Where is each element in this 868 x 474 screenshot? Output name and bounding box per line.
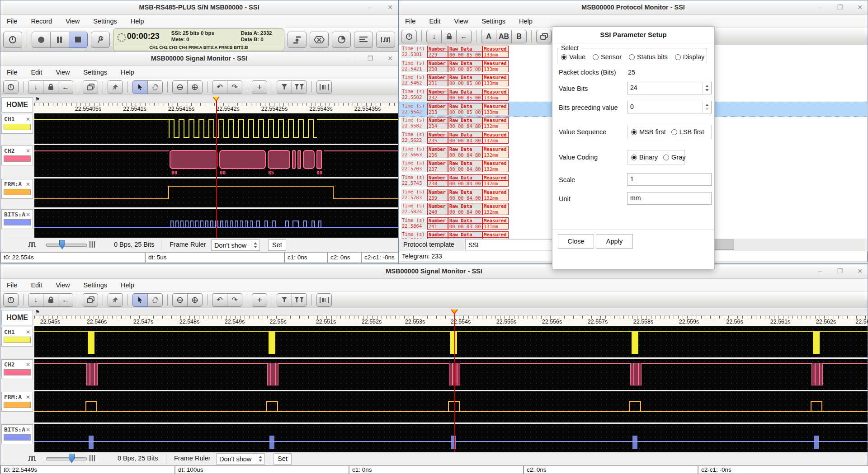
- power-button[interactable]: [3, 80, 19, 94]
- table-row[interactable]: Time (s)22.5421Number230Raw Data00 00 85…: [401, 60, 509, 72]
- waveform-ch2[interactable]: [34, 359, 868, 390]
- stop-button[interactable]: [69, 32, 88, 48]
- zoom-slider[interactable]: [46, 457, 87, 460]
- side-a-button[interactable]: A: [481, 30, 496, 43]
- menu-edit[interactable]: Edit: [31, 282, 42, 289]
- minimize-button[interactable]: –: [817, 0, 823, 14]
- logic-analyzer-view-button[interactable]: [376, 32, 395, 48]
- filter-button[interactable]: [277, 80, 292, 94]
- close-button[interactable]: ✕: [857, 0, 863, 14]
- select-option[interactable]: Display: [675, 53, 705, 61]
- value-sequence-option[interactable]: MSB first: [631, 128, 666, 136]
- close-channel-icon[interactable]: ✕: [26, 211, 30, 218]
- hexagon-x-button[interactable]: [310, 32, 329, 48]
- waveform-bitsa[interactable]: [34, 424, 868, 452]
- waveform-frma[interactable]: [34, 391, 868, 422]
- menu-edit[interactable]: Edit: [429, 18, 440, 25]
- bits-preceding-spinner[interactable]: [703, 102, 711, 113]
- close-channel-icon[interactable]: ✕: [26, 148, 30, 154]
- close-channel-icon[interactable]: ✕: [26, 361, 30, 368]
- menu-settings[interactable]: Settings: [482, 18, 505, 25]
- pin-button[interactable]: [108, 80, 123, 94]
- multi-filter-button[interactable]: [292, 293, 307, 307]
- signal-monitor-titlebar[interactable]: MSB00000 Signal Monitor - SSI – ❐ ✕: [0, 52, 398, 66]
- waveform-ch1[interactable]: [34, 326, 868, 357]
- scale-input[interactable]: 1: [627, 173, 712, 186]
- table-row[interactable]: Time (s)22.5663Number236Raw Data00 00 84…: [401, 146, 509, 158]
- menu-help[interactable]: Help: [121, 282, 134, 289]
- signal2-titlebar[interactable]: MSB00000 Signal Monitor - SSI – ❐ ✕: [0, 264, 868, 279]
- value-bits-input[interactable]: 24: [627, 82, 712, 94]
- value-bits-spinner[interactable]: [703, 83, 711, 94]
- select-option[interactable]: Value: [561, 53, 585, 61]
- close-channel-icon[interactable]: ✕: [26, 116, 30, 122]
- menu-file[interactable]: File: [7, 18, 17, 25]
- set-button[interactable]: Set: [274, 453, 292, 465]
- dialog-title[interactable]: SSI Parameter Setup: [552, 27, 714, 43]
- redo-button[interactable]: ↷: [227, 293, 242, 307]
- select-cursor-button[interactable]: [132, 293, 148, 307]
- menu-file[interactable]: File: [7, 282, 17, 289]
- zoom-slider-thumb[interactable]: [69, 454, 75, 463]
- pan-hand-button[interactable]: [147, 293, 163, 307]
- zoom-slider-thumb[interactable]: [59, 240, 65, 249]
- close-channel-icon[interactable]: ✕: [26, 394, 30, 400]
- scroll-down-button[interactable]: ↓: [28, 293, 43, 307]
- lock-button[interactable]: [43, 80, 58, 94]
- zoom-out-button[interactable]: ⊖: [172, 80, 188, 94]
- power-button[interactable]: [401, 30, 417, 43]
- close-channel-icon[interactable]: ✕: [26, 427, 30, 433]
- signal-monitor-view-button[interactable]: [288, 32, 307, 48]
- menu-view[interactable]: View: [56, 69, 70, 76]
- undo-button[interactable]: ↶: [212, 80, 227, 94]
- menu-record[interactable]: Record: [31, 18, 52, 25]
- frame-view-button[interactable]: [316, 293, 332, 307]
- zoom-in-button[interactable]: ⊕: [187, 293, 203, 307]
- value-coding-option[interactable]: Binary: [631, 154, 658, 161]
- table-row[interactable]: Time (s)22.5904Number242Raw Data00 00 83…: [401, 231, 509, 239]
- minimize-button[interactable]: –: [817, 264, 823, 278]
- pin-button[interactable]: [108, 293, 123, 307]
- frame-view-button[interactable]: [316, 80, 332, 94]
- time-ruler[interactable]: 22.545s22.546s22.547s22.548s22.549s22.55…: [34, 316, 868, 326]
- setup-wrench-button[interactable]: [91, 32, 110, 48]
- table-row[interactable]: Time (s)22.5582Number234Raw Data00 00 84…: [401, 117, 509, 129]
- home-button[interactable]: HOME: [1, 310, 33, 325]
- menu-help[interactable]: Help: [121, 69, 134, 76]
- filter-button[interactable]: [277, 293, 292, 307]
- close-button[interactable]: ✕: [387, 52, 393, 66]
- menu-file[interactable]: File: [7, 69, 17, 76]
- scroll-left-button[interactable]: ←: [456, 30, 472, 43]
- menu-edit[interactable]: Edit: [31, 69, 42, 76]
- minimize-button[interactable]: –: [347, 52, 354, 66]
- table-row[interactable]: Time (s)22.5824Number240Raw Data00 00 84…: [401, 203, 509, 215]
- menu-help[interactable]: Help: [519, 18, 533, 25]
- zoom-slider[interactable]: [46, 244, 87, 247]
- scroll-left-button[interactable]: ←: [58, 80, 73, 94]
- table-row[interactable]: Time (s)22.5462Number231Raw Data00 00 85…: [401, 74, 509, 86]
- table-row[interactable]: Time (s)22.5864Number241Raw Data00 00 83…: [401, 217, 509, 230]
- pan-hand-button[interactable]: [147, 80, 163, 94]
- close-button[interactable]: ✕: [857, 264, 863, 278]
- apply-button[interactable]: Apply: [596, 234, 633, 249]
- table-row[interactable]: Time (s)22.5743Number238Raw Data00 00 84…: [401, 174, 509, 187]
- redo-button[interactable]: ↷: [227, 80, 242, 94]
- table-row[interactable]: Time (s)22.5381Number229Raw Data00 00 85…: [401, 46, 509, 58]
- protocol-titlebar[interactable]: MSB00000 Protocol Monitor - SSI – ❐ ✕: [399, 0, 868, 15]
- menu-view[interactable]: View: [454, 18, 468, 25]
- bits-preceding-input[interactable]: 0: [627, 101, 712, 113]
- scroll-down-button[interactable]: ↓: [426, 30, 442, 43]
- menu-view[interactable]: View: [56, 282, 70, 289]
- power-button[interactable]: [3, 32, 22, 48]
- side-b-button[interactable]: B: [511, 30, 527, 43]
- multi-filter-button[interactable]: [292, 80, 307, 94]
- time-cursor[interactable]: [454, 310, 455, 452]
- side-ab-button[interactable]: AB: [496, 30, 512, 43]
- menu-file[interactable]: File: [405, 18, 415, 25]
- lock-button[interactable]: [43, 293, 58, 307]
- set-button[interactable]: Set: [268, 239, 286, 251]
- table-row[interactable]: Time (s)22.5502Number232Raw Data00 00 85…: [401, 89, 509, 101]
- frame-ruler-select[interactable]: Don't show: [216, 453, 265, 465]
- copy-view-button[interactable]: [83, 80, 98, 94]
- table-row[interactable]: Time (s)22.5783Number239Raw Data00 00 84…: [401, 189, 509, 201]
